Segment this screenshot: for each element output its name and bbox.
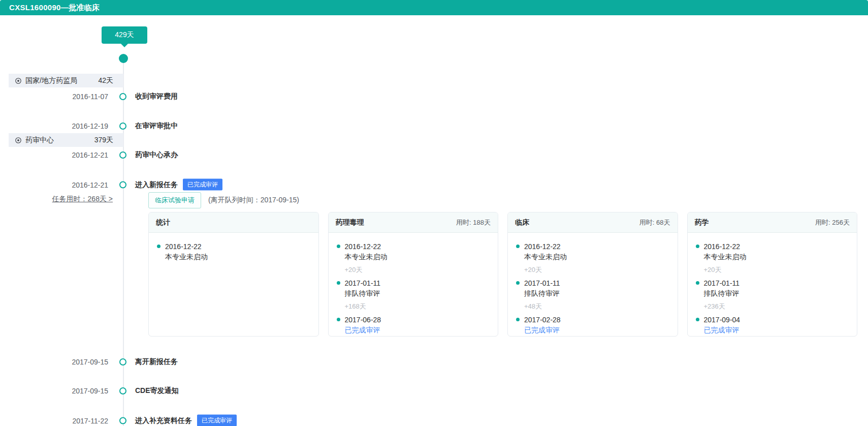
card-body: 2016-12-22 本专业未启动 +20天 2017-01-11 排队待审评 …: [508, 233, 678, 337]
total-duration-label: 429天: [115, 31, 134, 40]
entry-status: 本专业未启动: [165, 252, 310, 262]
location-pin-icon: [15, 77, 22, 84]
card-header: 统计: [149, 212, 318, 233]
timeline-event-leave-new-task: 2017-09-15 离开新报任务: [51, 357, 178, 367]
timeline-event-enter-supplement-task: 2017-11-22 进入补充资料任务 已完成审评: [51, 415, 237, 426]
event-label: 药审中心承办: [135, 150, 178, 160]
total-duration-bubble: 429天: [102, 26, 147, 44]
timeline-start-dot: [119, 54, 128, 63]
entry-status: 本专业未启动: [345, 252, 490, 262]
entry-gap-days: +20天: [337, 265, 490, 275]
card-title: 药理毒理: [336, 218, 364, 227]
event-label: 离开新报任务: [135, 357, 178, 367]
entry-date: 2017-01-11: [704, 278, 849, 288]
event-node-icon: [119, 181, 126, 188]
bullet-dot-icon: [337, 281, 340, 285]
card-body: 2016-12-22 本专业未启动 +20天 2017-01-11 排队待审评 …: [329, 233, 498, 337]
event-date: 2016-12-19: [51, 122, 108, 130]
event-node-icon: [119, 387, 126, 394]
page-title: CXSL1600090—批准临床: [9, 3, 100, 13]
entry-date: 2017-02-28: [524, 315, 669, 325]
card-duration: 用时: 68天: [639, 218, 670, 227]
timeline-event-under-review: 2016-12-19 在审评审批中: [51, 121, 178, 131]
card-title: 临床: [515, 218, 529, 227]
review-status-badge: 已完成审评: [183, 179, 222, 191]
bullet-dot-icon: [157, 245, 160, 248]
specialty-card-pharm-tox: 药理毒理 用时: 188天 2016-12-22 本专业未启动 +20天 201…: [328, 212, 499, 337]
event-label: 进入新报任务: [135, 180, 178, 189]
entry-status-link[interactable]: 已完成审评: [345, 325, 490, 335]
card-entry: 2017-01-11 排队待审评: [696, 278, 849, 298]
org-name: 药审中心: [25, 136, 54, 145]
card-duration: 用时: 256天: [815, 218, 850, 227]
event-node-icon: [119, 123, 126, 130]
event-date: 2017-09-15: [51, 358, 108, 366]
application-tag-row: 临床试验申请 (离开队列时间：2017-09-15): [148, 192, 299, 208]
bullet-dot-icon: [337, 318, 340, 321]
bullet-dot-icon: [696, 245, 699, 248]
card-body: 2016-12-22 本专业未启动 +20天 2017-01-11 排队待审评 …: [688, 233, 857, 337]
bullet-dot-icon: [516, 245, 520, 248]
event-date: 2016-12-21: [51, 180, 108, 189]
entry-status: 本专业未启动: [524, 252, 669, 262]
event-node-icon: [119, 358, 126, 366]
entry-date: 2016-12-22: [524, 241, 669, 252]
entry-status: 排队待审评: [524, 288, 669, 298]
timeline-line: [123, 58, 124, 426]
card-entry: 2016-12-22 本专业未启动: [157, 241, 310, 262]
specialty-cards-row: 统计 2016-12-22 本专业未启动 药理毒理 用时: 188天 2016-…: [148, 212, 857, 337]
org-days: 42天: [98, 76, 113, 85]
specialty-card-clinical: 临床 用时: 68天 2016-12-22 本专业未启动 +20天 2017-0…: [507, 212, 678, 337]
org-bar-nmpa: 国家/地方药监局 42天: [9, 74, 123, 87]
card-header: 药学 用时: 256天: [688, 212, 857, 233]
task-duration-link[interactable]: 任务用时：268天 >: [51, 195, 113, 204]
event-node-icon: [119, 93, 126, 100]
card-header: 临床 用时: 68天: [508, 212, 678, 233]
card-header: 药理毒理 用时: 188天: [329, 212, 498, 233]
card-body: 2016-12-22 本专业未启动: [149, 233, 318, 270]
card-entry: 2017-02-28 已完成审评: [516, 315, 669, 335]
location-pin-icon: [15, 137, 22, 144]
card-title: 统计: [156, 218, 170, 227]
entry-date: 2016-12-22: [345, 241, 490, 252]
card-entry: 2016-12-22 本专业未启动: [337, 241, 490, 262]
entry-status: 排队待审评: [345, 288, 490, 298]
bullet-dot-icon: [516, 281, 520, 285]
event-node-icon: [119, 417, 126, 424]
event-date: 2017-11-22: [51, 416, 108, 424]
title-bar: CXSL1600090—批准临床: [0, 0, 868, 15]
entry-status: 排队待审评: [704, 288, 849, 298]
entry-status: 本专业未启动: [704, 252, 849, 262]
review-status-badge: 已完成审评: [197, 415, 237, 426]
event-date: 2017-09-15: [51, 387, 108, 395]
entry-status-link[interactable]: 已完成审评: [524, 325, 669, 335]
event-date: 2016-11-07: [51, 93, 108, 101]
card-duration: 用时: 188天: [456, 218, 491, 227]
org-days: 379天: [94, 136, 113, 145]
event-node-icon: [119, 151, 126, 159]
bullet-dot-icon: [696, 281, 699, 285]
event-label: 收到审评费用: [135, 92, 178, 101]
card-entry: 2017-06-28 已完成审评: [337, 315, 490, 335]
event-label: 在审评审批中: [135, 121, 178, 131]
entry-date: 2017-06-28: [345, 315, 490, 325]
entry-date: 2016-12-22: [165, 241, 310, 252]
event-date: 2016-12-21: [51, 151, 108, 159]
entry-gap-days: +168天: [337, 302, 490, 311]
card-entry: 2017-09-04 已完成审评: [696, 315, 849, 335]
bullet-dot-icon: [516, 318, 520, 321]
bullet-dot-icon: [696, 318, 699, 321]
bullet-dot-icon: [337, 245, 340, 248]
entry-gap-days: +20天: [696, 265, 849, 275]
card-entry: 2016-12-22 本专业未启动: [696, 241, 849, 262]
entry-gap-days: +236天: [696, 302, 849, 311]
org-bar-cde: 药审中心 379天: [9, 133, 123, 147]
card-entry: 2017-01-11 排队待审评: [337, 278, 490, 298]
org-name: 国家/地方药监局: [25, 76, 77, 85]
entry-status-link[interactable]: 已完成审评: [704, 325, 849, 335]
event-label: CDE寄发通知: [135, 386, 179, 395]
entry-gap-days: +48天: [516, 302, 669, 311]
card-entry: 2017-01-11 排队待审评: [516, 278, 669, 298]
event-label: 进入补充资料任务: [135, 416, 192, 425]
timeline-event-cde-notice: 2017-09-15 CDE寄发通知: [51, 386, 179, 395]
